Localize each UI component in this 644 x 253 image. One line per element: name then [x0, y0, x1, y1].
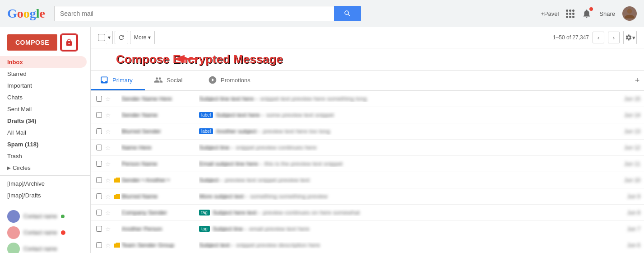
contact-item-2[interactable]: Contact name [7, 225, 83, 241]
sidebar-item-spam-label: Spam (118) [7, 141, 38, 148]
table-row[interactable]: ☆ Blurred Name More subject text - somet… [91, 188, 644, 205]
row-star-2[interactable]: ☆ [103, 111, 112, 120]
row-star-8[interactable]: ☆ [103, 208, 112, 217]
email-list: ☆ Sender Name Here Subject line text her… [91, 91, 644, 253]
row-label-9 [112, 225, 121, 234]
add-tab-button[interactable]: + [630, 74, 644, 88]
table-row[interactable]: ☆ Sender Name Here Subject line text her… [91, 91, 644, 107]
row-star-7[interactable]: ☆ [103, 192, 112, 201]
settings-dropdown-arrow: ▾ [632, 34, 635, 41]
prev-page-button[interactable]: ‹ [593, 32, 604, 43]
table-row[interactable]: ☆ Sender • Another • Subject - preview t… [91, 172, 644, 188]
row-checkbox-8[interactable] [94, 208, 103, 217]
share-link[interactable]: Share [599, 10, 615, 17]
row-star-9[interactable]: ☆ [103, 225, 112, 234]
row-checkbox-9[interactable] [94, 225, 103, 234]
refresh-button[interactable] [115, 31, 128, 44]
row-date-7: Jun 9 [609, 193, 640, 200]
row-label-4 [112, 143, 121, 152]
search-button[interactable] [334, 6, 361, 21]
row-sender-2: Sender Name [121, 112, 194, 118]
user-name-link[interactable]: +Pavel [541, 10, 559, 17]
sidebar-item-important[interactable]: Important [0, 80, 87, 91]
search-input[interactable] [54, 6, 334, 21]
main-layout: COMPOSE Inbox Starred Important Chats Se… [0, 27, 644, 253]
sidebar-item-spam[interactable]: Spam (118) [0, 138, 87, 150]
row-star-3[interactable]: ☆ [103, 127, 112, 136]
contact-item-1[interactable]: Contact name [7, 208, 83, 225]
contact-item-3[interactable]: Contact name [7, 241, 83, 253]
user-avatar[interactable] [622, 6, 637, 21]
table-row[interactable]: ☆ Person Name Email subject line here - … [91, 156, 644, 172]
row-snippet-2: label Subject text here - some preview t… [199, 112, 603, 118]
toolbar-area: ▾ More ▾ 1–50 of 27,347 ‹ › ▾ [91, 27, 644, 71]
row-snippet-10: Subject text - snippet preview descripti… [199, 242, 603, 248]
sidebar-item-chats-label: Chats [7, 94, 23, 101]
next-page-button[interactable]: › [608, 32, 620, 43]
table-row[interactable]: ☆ Another Person tag Subject line - emai… [91, 221, 644, 237]
sidebar: COMPOSE Inbox Starred Important Chats Se… [0, 27, 90, 253]
compose-area: COMPOSE [0, 31, 90, 56]
sidebar-item-drafts[interactable]: Drafts (34) [0, 115, 87, 126]
tab-social[interactable]: Social [145, 71, 199, 90]
row-date-9: Jun 7 [609, 226, 640, 232]
row-checkbox-1[interactable] [94, 94, 103, 103]
encrypt-button[interactable] [61, 34, 77, 51]
sidebar-item-imap-drafts[interactable]: [Imap]/Drafts [0, 189, 87, 201]
row-checkbox-7[interactable] [94, 192, 103, 201]
pagination-info: 1–50 of 27,347 ‹ › ▾ [553, 31, 637, 44]
sidebar-item-trash[interactable]: Trash [0, 150, 87, 162]
sidebar-item-important-label: Important [7, 82, 32, 89]
row-label-3 [112, 127, 121, 136]
sidebar-item-circles[interactable]: ▶ Circles [0, 162, 87, 173]
compose-button[interactable]: COMPOSE [7, 34, 57, 51]
row-sender-7: Blurred Name [121, 193, 194, 200]
row-star-10[interactable]: ☆ [103, 241, 112, 250]
table-row[interactable]: ☆ Name Here Subject line - snippet previ… [91, 140, 644, 156]
sidebar-item-inbox[interactable]: Inbox [0, 56, 87, 68]
row-snippet-6: Subject - preview text snippet preview t… [199, 177, 603, 183]
row-sender-6: Sender • Another • [121, 177, 194, 183]
table-row[interactable]: ☆ Team Sender Group Subject text - snipp… [91, 237, 644, 253]
row-checkbox-10[interactable] [94, 241, 103, 250]
row-star-5[interactable]: ☆ [103, 159, 112, 169]
sidebar-item-allmail[interactable]: All Mail [0, 126, 87, 138]
row-folder-10 [112, 241, 121, 250]
contact-status-1 [61, 215, 65, 218]
more-label: More [134, 34, 146, 41]
settings-button[interactable]: ▾ [623, 31, 637, 44]
row-checkbox-2[interactable] [94, 111, 103, 120]
row-checkbox-6[interactable] [94, 176, 103, 185]
row-star-1[interactable]: ☆ [103, 94, 112, 103]
table-row[interactable]: ☆ Blurred Sender label Another subject -… [91, 123, 644, 140]
table-row[interactable]: ☆ Company Sender tag Subject here text -… [91, 205, 644, 221]
circles-expand-icon: ▶ [7, 165, 11, 170]
sidebar-item-chats[interactable]: Chats [0, 91, 87, 103]
sidebar-item-sent[interactable]: Sent Mail [0, 103, 87, 115]
row-date-2: Jun 14 [609, 112, 640, 118]
row-checkbox-4[interactable] [94, 143, 103, 152]
table-row[interactable]: ☆ Sender Name label Subject text here - … [91, 107, 644, 123]
row-star-6[interactable]: ☆ [103, 176, 112, 185]
sidebar-item-starred[interactable]: Starred [0, 68, 87, 80]
notification-dot [589, 7, 593, 11]
select-all-checkbox[interactable] [98, 34, 105, 41]
row-checkbox-3[interactable] [94, 127, 103, 136]
row-checkbox-5[interactable] [94, 159, 103, 169]
select-dropdown-button[interactable]: ▾ [106, 31, 113, 44]
more-button[interactable]: More ▾ [130, 31, 155, 44]
sidebar-item-imap-archive[interactable]: [Imap]/Archive [0, 178, 87, 189]
email-label-badge: label [199, 128, 213, 134]
row-star-4[interactable]: ☆ [103, 143, 112, 152]
banner-text: Compose Encrypted Message [116, 52, 283, 66]
contact-avatar-1 [7, 210, 20, 223]
sidebar-item-starred-label: Starred [7, 70, 27, 77]
tab-primary[interactable]: Primary [91, 71, 145, 90]
apps-icon[interactable] [566, 9, 574, 18]
notifications-icon[interactable] [581, 8, 592, 19]
svg-point-0 [627, 9, 632, 14]
google-logo: Google [7, 6, 45, 21]
row-sender-5: Person Name [121, 160, 194, 167]
row-snippet-3: label Another subject - preview text her… [199, 128, 603, 135]
tab-promotions[interactable]: Promotions [199, 71, 259, 90]
